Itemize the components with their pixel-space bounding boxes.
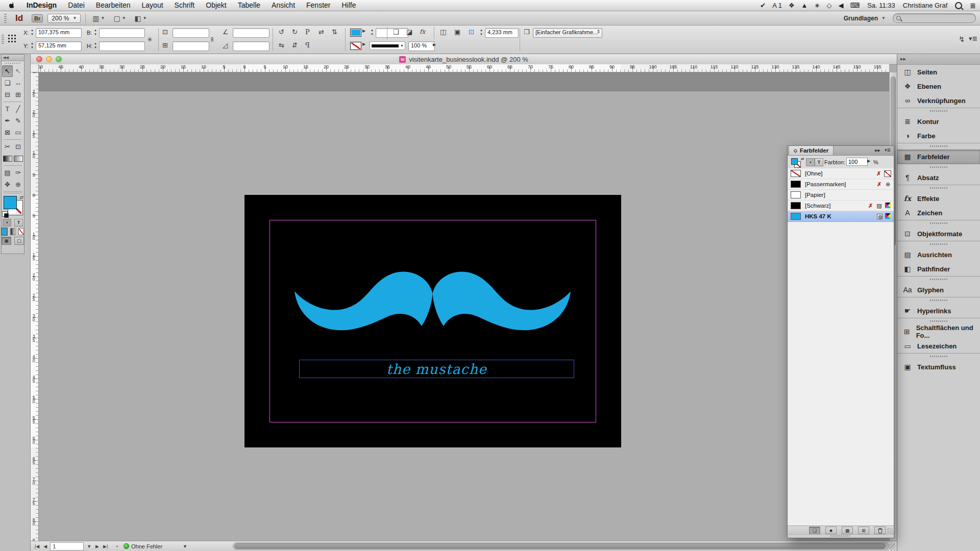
menu-schrift[interactable]: Schrift <box>169 0 201 11</box>
dock-group-divider[interactable] <box>897 143 980 149</box>
dock-item-absatz[interactable]: ¶Absatz <box>897 170 980 185</box>
dock-item-pathfinder[interactable]: ◧Pathfinder <box>897 262 980 276</box>
minimize-button[interactable] <box>46 56 52 62</box>
bluetooth-icon[interactable]: ∗ <box>814 2 820 9</box>
pen-tool[interactable]: ✒ <box>2 115 13 127</box>
dock-item-glyphen[interactable]: AaGlyphen <box>897 283 980 297</box>
dock-item-verkn-pfungen[interactable]: ∞Verknüpfungen <box>897 93 980 108</box>
screen-mode-dropdown[interactable]: ▢▼ <box>111 14 128 22</box>
line-tool[interactable]: ╱ <box>13 103 23 115</box>
tools-panel-grip[interactable] <box>5 62 21 65</box>
menu-indesign[interactable]: InDesign <box>21 0 62 11</box>
bridge-button[interactable]: Br <box>32 14 43 22</box>
zoom-level-dropdown[interactable]: 200 %▼ <box>47 14 81 23</box>
eyedropper-tool[interactable]: ✑ <box>13 167 23 179</box>
y-stepper[interactable]: ▲▼ <box>30 41 35 50</box>
menu-datei[interactable]: Datei <box>62 0 90 11</box>
y-field[interactable]: 57,125 mm <box>36 41 82 51</box>
show-all-swatches-button[interactable]: ❏ <box>809 527 820 534</box>
zoom-window-button[interactable] <box>56 56 62 62</box>
swap-fill-stroke-icon[interactable]: ⇄ <box>19 195 23 200</box>
panel-grip[interactable] <box>788 534 894 538</box>
fill-proxy-mini[interactable] <box>791 158 798 165</box>
default-fill-stroke-icon[interactable] <box>2 211 8 217</box>
menu-tabelle[interactable]: Tabelle <box>232 0 266 11</box>
fill-proxy-swatch[interactable] <box>4 196 17 209</box>
scale-y-field[interactable] <box>173 41 209 51</box>
swatch-row--schwarz-[interactable]: [Schwarz]✗▨ <box>788 201 894 211</box>
menu-layout[interactable]: Layout <box>136 0 169 11</box>
select-container-icon[interactable]: ⇆ <box>279 41 284 49</box>
tools-panel-collapse[interactable]: ◀◀ <box>2 55 24 61</box>
workspace-switcher[interactable]: Grundlagen▼ <box>844 15 886 22</box>
type-tool[interactable]: T <box>2 103 13 115</box>
arrange-documents-dropdown[interactable]: ◧▼ <box>133 14 149 22</box>
pencil-tool[interactable]: ✎ <box>13 115 23 127</box>
width-field[interactable] <box>99 28 145 38</box>
preview-mode-button[interactable]: ▢ <box>14 237 24 245</box>
document-titlebar[interactable]: Id visitenkarte_businesslook.indd @ 200 … <box>31 54 897 65</box>
input-source-icon[interactable]: A 1 <box>772 2 782 9</box>
corner-options-icon[interactable]: ⊡ <box>469 28 474 36</box>
corner-radius-stepper[interactable]: ▲▼ <box>479 28 484 37</box>
free-transform-tool[interactable]: ⊡ <box>13 141 23 153</box>
spotlight-icon[interactable] <box>955 2 962 9</box>
dock-item-effekte[interactable]: fxEffekte <box>897 191 980 206</box>
preflight-icon[interactable]: ◔ <box>115 543 118 549</box>
transparency-icon[interactable]: ◪ <box>406 28 412 36</box>
x-field[interactable]: 107,375 mm <box>36 28 82 38</box>
dock-item-farbfelder[interactable]: ▦Farbfelder <box>897 149 980 164</box>
dock-item-farbe[interactable]: ◑Farbe <box>897 129 980 143</box>
fill-swatch-arrow[interactable]: ▶ <box>362 29 365 33</box>
select-previous-icon[interactable]: P <box>305 41 310 49</box>
link-scale-icon[interactable]: ∞ <box>209 37 216 42</box>
page-tool[interactable]: ❏ <box>2 77 13 89</box>
rotate-180-icon[interactable]: P <box>305 28 310 36</box>
canvas[interactable]: the mustache <box>39 72 889 541</box>
close-button[interactable] <box>36 56 42 62</box>
user-name[interactable]: Christiane Graf <box>903 2 947 9</box>
stroke-style-dropdown[interactable]: ▼ <box>370 41 405 50</box>
content-collector-tool[interactable]: ⊟ <box>2 89 13 101</box>
swatch-row--papier-[interactable]: [Papier] <box>788 190 894 201</box>
swatch-row--passermarken-[interactable]: [Passermarken]✗⊕ <box>788 179 894 190</box>
stroke-weight-field[interactable] <box>376 28 408 38</box>
reference-point-proxy[interactable] <box>8 35 10 36</box>
first-page-button[interactable]: |◀ <box>33 544 41 549</box>
stroke-color-swatch[interactable] <box>350 42 361 50</box>
last-page-button[interactable]: ▶| <box>101 544 110 549</box>
page-dropdown-arrow[interactable]: ▼ <box>85 544 93 549</box>
dock-group-divider[interactable] <box>897 353 980 360</box>
keyboard-viewer-icon[interactable]: ⌨ <box>850 2 860 9</box>
menu-objekt[interactable]: Objekt <box>200 0 232 11</box>
menu-bearbeiten[interactable]: Bearbeiten <box>90 0 136 11</box>
dock-group-divider[interactable] <box>897 108 980 114</box>
ruler-origin[interactable] <box>31 64 39 72</box>
note-tool[interactable]: ▤ <box>2 167 13 179</box>
wrap-none-icon[interactable]: ◫ <box>440 28 446 36</box>
stroke-swatch-arrow[interactable]: ▶ <box>362 42 365 46</box>
preflight-menu-arrow[interactable]: ▼ <box>181 544 189 549</box>
gap-tool[interactable]: ↔ <box>13 77 23 89</box>
menu-ansicht[interactable]: Ansicht <box>266 0 301 11</box>
previous-page-button[interactable]: ◀ <box>41 544 49 549</box>
swatch-row-hks-47-k[interactable]: HKS 47 K <box>788 211 894 222</box>
sync-check-icon[interactable]: ✔ <box>760 2 766 9</box>
airport-icon[interactable]: ◇ <box>826 2 831 9</box>
rotate-ccw-icon[interactable]: ↺ <box>279 28 284 36</box>
select-content-icon[interactable]: ⇵ <box>292 41 298 49</box>
quick-apply-icon[interactable]: ↯ <box>959 35 965 44</box>
tint-dropdown-arrow[interactable]: ▶ <box>867 159 870 163</box>
direct-selection-tool[interactable]: ↖ <box>13 65 23 77</box>
tint-field[interactable]: 100 % <box>408 41 435 51</box>
rotation-field[interactable] <box>233 41 270 51</box>
effects-icon[interactable]: fx <box>420 28 425 35</box>
dock-item-seiten[interactable]: ◫Seiten <box>897 65 980 79</box>
normal-view-mode-button[interactable]: ▣ <box>2 237 11 245</box>
apply-none-button[interactable] <box>18 228 24 235</box>
control-panel-grip[interactable] <box>2 35 4 44</box>
dropbox-icon[interactable]: ❖ <box>789 2 795 9</box>
text-frame[interactable]: the mustache <box>299 360 574 378</box>
dock-item-schaltfl-chen-und-fo-[interactable]: ⊞Schaltflächen und Fo... <box>897 324 980 339</box>
formatting-affects-container-button[interactable]: ▪ <box>806 158 815 166</box>
